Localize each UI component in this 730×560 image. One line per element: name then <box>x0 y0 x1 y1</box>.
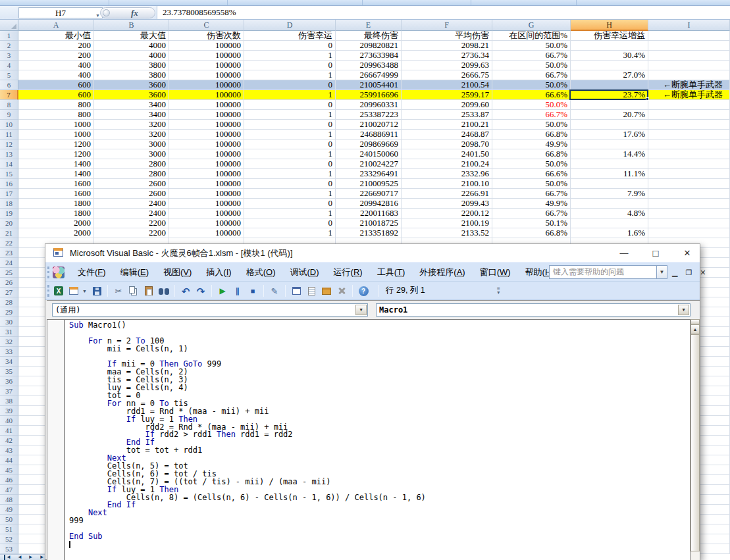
code-text[interactable]: Sub Macro1() For n = 2 To 100 mii = Cell… <box>69 322 426 541</box>
breakpoint-margin[interactable] <box>47 320 65 560</box>
row-header-31[interactable]: 31 <box>0 327 18 337</box>
row-header-4[interactable]: 4 <box>0 61 18 70</box>
row-header-21[interactable]: 21 <box>0 228 18 238</box>
row-header-27[interactable]: 27 <box>0 288 18 297</box>
cell[interactable]: 2100.54 <box>402 80 492 90</box>
cell[interactable]: 4000 <box>94 41 169 51</box>
row-header-43[interactable]: 43 <box>0 445 18 455</box>
cell[interactable]: 100000 <box>169 159 244 169</box>
cell[interactable]: 27.0% <box>571 70 648 80</box>
cell[interactable]: 50.0% <box>492 159 571 169</box>
row-header-33[interactable]: 33 <box>0 347 18 357</box>
cell[interactable]: 200 <box>18 51 94 61</box>
close-button[interactable]: ✕ <box>676 244 698 262</box>
mdi-minimize-button[interactable]: ▁ <box>672 269 677 276</box>
cell[interactable]: 2800 <box>94 169 169 179</box>
cell[interactable]: 1 <box>244 189 336 199</box>
cell[interactable]: 66.7% <box>492 51 571 61</box>
cell[interactable] <box>571 80 648 90</box>
cell[interactable]: 在区间的范围% <box>492 31 571 41</box>
redo-button[interactable]: ↷ <box>194 284 207 297</box>
cell[interactable] <box>648 51 730 61</box>
cell[interactable]: 3200 <box>94 130 169 140</box>
object-combo[interactable]: (通用) ▼ <box>52 303 368 317</box>
cell[interactable]: 240150060 <box>336 149 402 159</box>
row-header-3[interactable]: 3 <box>0 51 18 61</box>
row-header-46[interactable]: 46 <box>0 475 18 485</box>
cell[interactable] <box>648 218 730 228</box>
cell[interactable]: 100000 <box>169 149 244 159</box>
object-browser-button[interactable] <box>320 284 333 297</box>
cell[interactable]: 2200 <box>94 218 169 228</box>
cell[interactable]: 3600 <box>94 90 169 100</box>
cell[interactable]: 100000 <box>169 189 244 199</box>
cell[interactable]: 1600 <box>18 189 94 199</box>
cell[interactable]: 100000 <box>169 61 244 70</box>
cell[interactable]: 100000 <box>169 130 244 140</box>
row-header-13[interactable]: 13 <box>0 149 18 159</box>
cell[interactable] <box>648 159 730 169</box>
cell[interactable]: 2332.96 <box>402 169 492 179</box>
cell[interactable]: 1400 <box>18 169 94 179</box>
cell[interactable]: 2133.52 <box>402 228 492 238</box>
cell[interactable]: 最小值 <box>18 31 94 41</box>
cell[interactable]: 49.9% <box>492 140 571 149</box>
row-header-9[interactable]: 9 <box>0 110 18 120</box>
cell[interactable]: 50.1% <box>492 218 571 228</box>
cell[interactable]: 100000 <box>169 70 244 80</box>
row-header-14[interactable]: 14 <box>0 159 18 169</box>
row-header-48[interactable]: 48 <box>0 495 18 505</box>
properties-window-button[interactable] <box>305 284 318 297</box>
cell[interactable]: 伤害幸运 <box>244 31 336 41</box>
cell[interactable]: 213351892 <box>336 228 402 238</box>
cell[interactable]: 100000 <box>169 41 244 51</box>
cell[interactable]: 2600 <box>94 189 169 199</box>
cell[interactable]: 1000 <box>18 120 94 130</box>
cell[interactable]: 0 <box>244 179 336 189</box>
cell[interactable]: 11.1% <box>571 169 648 179</box>
maximize-button[interactable]: □ <box>644 244 667 262</box>
cell[interactable]: 1 <box>244 228 336 238</box>
row-header-49[interactable]: 49 <box>0 505 18 515</box>
cell[interactable]: 50.0% <box>492 100 571 110</box>
cell[interactable]: 209820821 <box>336 41 402 51</box>
cell[interactable] <box>648 120 730 130</box>
row-header-23[interactable]: 23 <box>0 248 18 258</box>
row-header-37[interactable]: 37 <box>0 386 18 396</box>
cell[interactable]: 2401.50 <box>402 149 492 159</box>
reset-button[interactable]: ■ <box>246 284 259 297</box>
cell[interactable]: 100000 <box>169 209 244 218</box>
view-excel-button[interactable]: X <box>52 284 65 297</box>
fx-icon[interactable]: fx <box>131 8 138 18</box>
cell[interactable]: 0 <box>244 199 336 209</box>
code-vertical-scrollbar[interactable]: ▲ <box>691 319 700 560</box>
cell[interactable]: 2099.63 <box>402 61 492 70</box>
cell[interactable]: 100000 <box>169 90 244 100</box>
row-header-45[interactable]: 45 <box>0 465 18 475</box>
cell[interactable]: 100000 <box>169 179 244 189</box>
cell[interactable]: 30.4% <box>571 51 648 61</box>
cell[interactable]: 209960331 <box>336 100 402 110</box>
cell[interactable]: 253387223 <box>336 110 402 120</box>
cell[interactable] <box>648 70 730 80</box>
row-header-12[interactable]: 12 <box>0 140 18 149</box>
menu-item-R[interactable]: 运行(R) <box>326 263 370 282</box>
procedure-combo-dropdown-icon[interactable]: ▼ <box>678 305 689 315</box>
cell[interactable]: 1200 <box>18 140 94 149</box>
col-header-H[interactable]: H <box>571 20 648 31</box>
active-cell-border[interactable] <box>569 89 648 100</box>
cell[interactable]: 800 <box>18 110 94 120</box>
fill-handle[interactable] <box>646 97 649 101</box>
toolbar-overflow-icon[interactable]: ≡▾ <box>497 287 500 295</box>
cell[interactable] <box>648 189 730 199</box>
cell[interactable]: 1.6% <box>571 228 648 238</box>
cell[interactable] <box>571 199 648 209</box>
col-header-D[interactable]: D <box>244 20 336 31</box>
cell[interactable]: 210054401 <box>336 80 402 90</box>
cell[interactable]: 2800 <box>94 159 169 169</box>
cell[interactable]: 0 <box>244 41 336 51</box>
insert-userform-button[interactable] <box>67 284 80 297</box>
cell[interactable]: 2100.19 <box>402 218 492 228</box>
cell[interactable]: 0 <box>244 120 336 130</box>
row-header-34[interactable]: 34 <box>0 357 18 367</box>
